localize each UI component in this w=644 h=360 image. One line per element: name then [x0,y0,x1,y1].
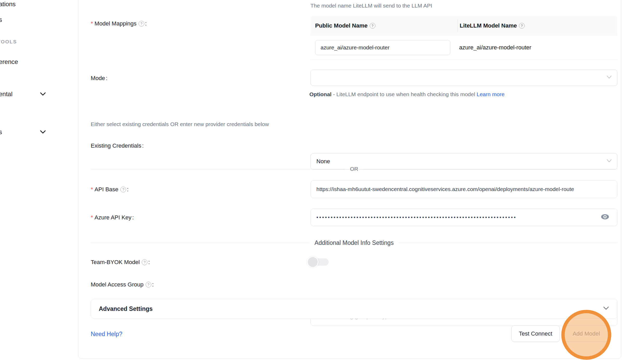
help-icon[interactable]: ? [146,282,151,287]
help-icon[interactable]: ? [370,23,375,29]
sidebar-item-models[interactable]: s [0,16,2,23]
api-base-label: * API Base ? : [91,186,128,193]
column-header-litellm-model: LiteLLM Model Name ? [453,22,525,29]
help-icon[interactable]: ? [120,187,126,192]
required-asterisk: * [91,20,93,27]
model-mappings-table: Public Model Name ? LiteLLM Model Name ?… [310,16,617,60]
help-icon[interactable]: ? [139,21,144,27]
chevron-down-icon[interactable] [40,130,46,134]
sidebar-item-experimental[interactable]: ental [0,90,12,98]
column-divider [458,19,458,32]
chevron-down-icon[interactable] [40,92,46,96]
help-icon[interactable]: ? [519,23,525,29]
table-header-row: Public Model Name ? LiteLLM Model Name ? [310,16,617,35]
model-access-group-label: Model Access Group ? : [91,281,154,288]
mode-label: Mode : [91,75,107,82]
mode-help-text: Optional - LiteLLM endpoint to use when … [309,89,525,100]
sidebar-item-inference[interactable]: erence [0,58,18,66]
additional-settings-divider-label: Additional Model Info Settings [309,239,399,246]
chevron-down-icon [603,306,609,311]
credentials-note: Either select existing credentials OR en… [91,121,269,127]
azure-api-key-input[interactable]: ••••••••••••••••••••••••••••••••••••••••… [310,208,617,226]
public-model-name-input[interactable] [315,40,450,55]
required-asterisk: * [91,186,93,193]
add-model-button[interactable]: Add Model [563,325,609,342]
column-header-public-model: Public Model Name ? [310,22,453,29]
existing-credentials-label: Existing Credentials : [91,142,144,149]
need-help-link[interactable]: Need Help? [91,331,122,338]
learn-more-link[interactable]: Learn more [477,91,504,97]
sidebar-item-settings[interactable]: s [0,128,2,136]
team-byok-label: Team-BYOK Model ? : [91,259,150,266]
model-mappings-label: * Model Mappings ? : [91,20,147,27]
masked-key-value: ••••••••••••••••••••••••••••••••••••••••… [316,214,517,220]
advanced-settings-panel[interactable]: Advanced Settings [91,299,617,319]
or-divider-label: OR [345,166,363,172]
sidebar-section-tools: TOOLS [0,39,17,45]
help-icon[interactable]: ? [142,259,147,265]
table-row: azure_ai/azure-model-router [310,35,617,60]
additional-settings-divider: Additional Model Info Settings [91,237,617,248]
litellm-model-name-value: azure_ai/azure-model-router [459,35,531,60]
mode-select[interactable] [310,70,617,86]
team-byok-toggle-knob[interactable] [307,256,318,268]
or-divider: OR [91,163,617,175]
sidebar-item-integrations[interactable]: ations [0,1,16,8]
chevron-down-icon [606,75,612,80]
azure-api-key-label: * Azure API Key : [91,214,134,221]
api-base-input[interactable] [310,180,617,198]
eye-icon[interactable] [600,213,610,221]
required-asterisk: * [91,214,93,221]
add-model-page: ations s TOOLS erence ental s The model … [0,0,644,360]
test-connect-button[interactable]: Test Connect [511,325,560,342]
advanced-settings-title: Advanced Settings [99,305,153,312]
model-name-hint: The model name LiteLLM will send to the … [310,3,432,9]
